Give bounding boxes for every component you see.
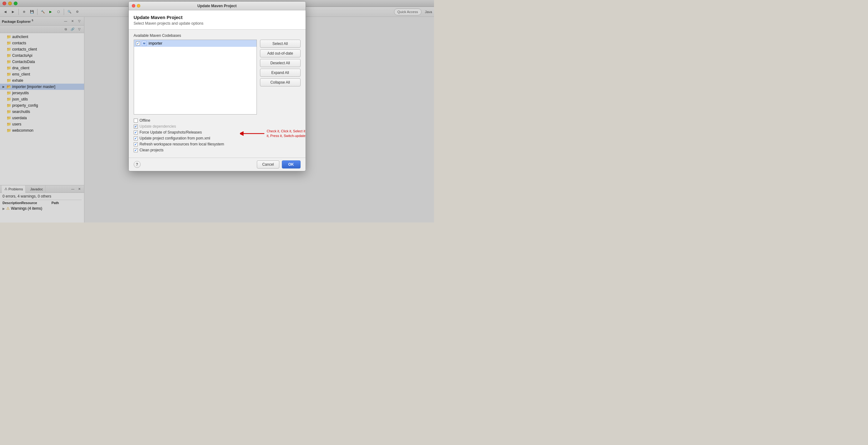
- ok-button[interactable]: OK: [282, 161, 301, 169]
- update-deps-checkbox[interactable]: [134, 125, 138, 129]
- refresh-workspace-option-row: Refresh workspace resources from local f…: [134, 142, 301, 146]
- annotation-container: Check it, Click it, Select it, Point it,…: [240, 129, 306, 139]
- codebase-list[interactable]: M importer: [134, 40, 257, 114]
- deselect-all-button[interactable]: Deselect All: [260, 59, 301, 67]
- dialog-titlebar: Update Maven Project: [129, 2, 306, 10]
- dialog-subtext: Select Maven projects and update options: [134, 21, 301, 26]
- collapse-all-button[interactable]: Collapse All: [260, 78, 301, 87]
- red-arrow-svg: [240, 130, 265, 137]
- update-maven-dialog: Update Maven Project Update Maven Projec…: [128, 1, 306, 171]
- codebases-area: M importer Select All Add out-of-date De…: [134, 40, 301, 114]
- dialog-title: Update Maven Project: [197, 4, 237, 8]
- dialog-close-button[interactable]: [132, 4, 135, 7]
- update-pom-checkbox[interactable]: [134, 136, 138, 140]
- action-buttons: Select All Add out-of-date Deselect All …: [260, 40, 301, 114]
- cancel-button[interactable]: Cancel: [257, 161, 279, 169]
- update-deps-option-row: Update dependencies: [134, 124, 301, 129]
- expand-all-button[interactable]: Expand All: [260, 69, 301, 77]
- codebase-checkbox-importer[interactable]: [136, 41, 140, 45]
- dialog-overlay: Update Maven Project Update Maven Projec…: [0, 0, 434, 222]
- maven-project-icon: M: [142, 41, 147, 46]
- offline-option-row: Offline: [134, 118, 301, 123]
- codebase-item-importer[interactable]: M importer: [134, 40, 256, 47]
- dialog-heading: Update Maven Project: [134, 15, 301, 20]
- select-all-button[interactable]: Select All: [260, 40, 301, 48]
- offline-checkbox[interactable]: [134, 118, 138, 123]
- add-out-of-date-button[interactable]: Add out-of-date: [260, 49, 301, 58]
- refresh-workspace-checkbox[interactable]: [134, 142, 138, 146]
- dialog-body: Available Maven Codebases M importer Sel…: [129, 30, 306, 158]
- options-section: Offline Update dependencies Force Update…: [134, 118, 301, 152]
- force-update-checkbox[interactable]: [134, 131, 138, 135]
- help-button[interactable]: ?: [134, 161, 141, 168]
- dialog-minimize-button[interactable]: [137, 4, 140, 7]
- annotation-text: Check it, Click it, Select it, Point it,…: [267, 129, 306, 139]
- dialog-header-area: Update Maven Project Select Maven projec…: [129, 10, 306, 30]
- force-update-option-row: Force Update of Snapshots/Releases Check…: [134, 130, 301, 135]
- dialog-footer: ? Cancel OK: [129, 158, 306, 171]
- footer-buttons: Cancel OK: [257, 161, 300, 169]
- dialog-window-controls: [132, 4, 140, 7]
- clean-projects-option-row: Clean projects: [134, 148, 301, 152]
- available-codebases-label: Available Maven Codebases: [134, 33, 301, 38]
- clean-projects-checkbox[interactable]: [134, 148, 138, 152]
